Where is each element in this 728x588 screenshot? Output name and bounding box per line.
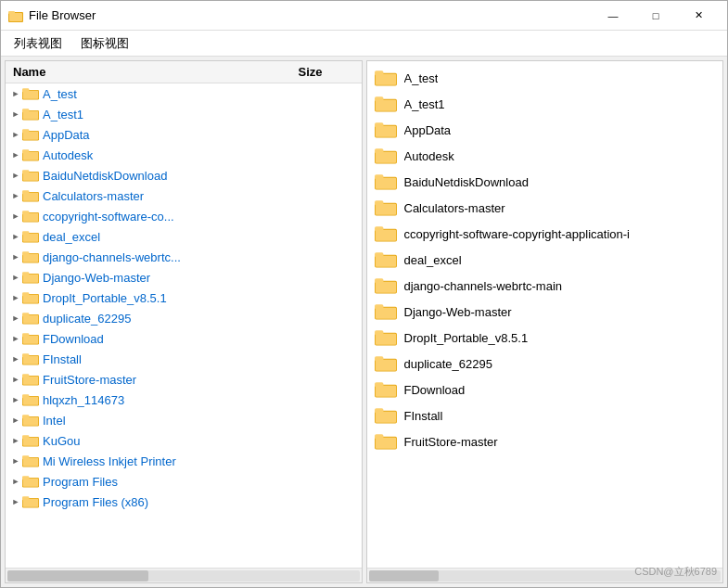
expand-chevron: ► bbox=[9, 108, 22, 121]
file-name-label: Calculators-master bbox=[43, 189, 358, 203]
expand-chevron: ► bbox=[9, 271, 22, 284]
file-name-label: hlqxzh_114673 bbox=[43, 393, 358, 407]
list-item[interactable]: ► Program Files bbox=[6, 471, 362, 492]
list-item[interactable]: deal_excel bbox=[367, 247, 723, 273]
list-item[interactable]: ► AppData bbox=[6, 124, 362, 145]
file-name-label: AppData bbox=[404, 123, 452, 137]
list-item[interactable]: FruitStore-master bbox=[367, 428, 723, 454]
folder-icon bbox=[375, 121, 397, 139]
folder-icon bbox=[375, 198, 397, 217]
list-item[interactable]: BaiduNetdiskDownload bbox=[367, 169, 723, 195]
list-item[interactable]: Calculators-master bbox=[367, 195, 723, 221]
right-h-scrollbar-track bbox=[369, 570, 722, 582]
menu-list-view[interactable]: 列表视图 bbox=[5, 32, 71, 56]
list-item[interactable]: ► ccopyright-software-co... bbox=[6, 206, 362, 226]
folder-icon bbox=[22, 167, 39, 184]
file-name-label: A_test bbox=[404, 71, 439, 85]
file-name-label: A_test1 bbox=[404, 97, 445, 111]
app-icon bbox=[8, 8, 23, 23]
left-pane-scroll[interactable]: ► A_test ► A_test1 ► AppData bbox=[6, 83, 362, 568]
folder-icon bbox=[22, 289, 39, 306]
folder-icon bbox=[22, 432, 39, 449]
folder-icon bbox=[22, 412, 39, 428]
left-h-scrollbar-track bbox=[7, 570, 360, 582]
list-item[interactable]: FInstall bbox=[367, 403, 723, 428]
svg-rect-95 bbox=[375, 308, 395, 319]
list-item[interactable]: ► A_test1 bbox=[6, 104, 362, 124]
col-name-label: Name bbox=[13, 65, 299, 79]
maximize-button[interactable]: □ bbox=[634, 1, 677, 31]
list-item[interactable]: ► FruitStore-master bbox=[6, 369, 362, 390]
folder-icon bbox=[375, 276, 397, 295]
list-item[interactable]: ► django-channels-webrtc... bbox=[6, 247, 362, 267]
expand-chevron: ► bbox=[9, 434, 22, 447]
window-controls: — □ ✕ bbox=[592, 1, 720, 31]
list-item[interactable]: ► A_test bbox=[6, 83, 362, 104]
list-item[interactable]: Autodesk bbox=[367, 143, 723, 169]
file-name-label: FDownload bbox=[404, 383, 466, 397]
list-item[interactable]: duplicate_62295 bbox=[367, 351, 723, 377]
file-name-label: A_test1 bbox=[43, 108, 358, 121]
folder-icon bbox=[22, 126, 39, 143]
file-name-label: DropIt_Portable_v8.5.1 bbox=[43, 291, 358, 305]
list-item[interactable]: ccopyright-software-copyright-applicatio… bbox=[367, 221, 723, 247]
svg-rect-44 bbox=[23, 356, 38, 364]
minimize-button[interactable]: — bbox=[592, 1, 634, 31]
content-area: Name Size ► A_test ► A_test1 ► bbox=[1, 57, 727, 587]
file-name-label: Calculators-master bbox=[404, 201, 505, 215]
folder-icon bbox=[22, 310, 39, 326]
expand-chevron: ► bbox=[9, 210, 22, 223]
expand-chevron: ► bbox=[9, 454, 22, 467]
list-item[interactable]: ► duplicate_62295 bbox=[6, 308, 362, 328]
file-name-label: FruitStore-master bbox=[404, 435, 498, 449]
svg-rect-26 bbox=[23, 234, 38, 242]
list-item[interactable]: ► Mi Wireless Inkjet Printer bbox=[6, 451, 362, 471]
list-item[interactable]: A_test1 bbox=[367, 91, 723, 117]
svg-rect-38 bbox=[23, 315, 38, 324]
expand-chevron: ► bbox=[9, 495, 22, 508]
list-item[interactable]: ► Autodesk bbox=[6, 145, 362, 165]
file-name-label: Autodesk bbox=[404, 149, 454, 163]
list-item[interactable]: ► BaiduNetdiskDownload bbox=[6, 165, 362, 185]
svg-rect-101 bbox=[375, 360, 395, 371]
file-name-label: BaiduNetdiskDownload bbox=[43, 169, 358, 183]
right-h-scrollbar[interactable] bbox=[367, 568, 723, 582]
list-item[interactable]: FDownload bbox=[367, 377, 723, 403]
menu-icon-view[interactable]: 图标视图 bbox=[71, 32, 138, 56]
folder-icon bbox=[22, 473, 39, 490]
svg-rect-92 bbox=[375, 282, 395, 293]
file-name-label: deal_excel bbox=[404, 253, 462, 267]
list-item[interactable]: ► deal_excel bbox=[6, 226, 362, 247]
folder-icon bbox=[22, 351, 39, 367]
file-name-label: FDownload bbox=[43, 332, 358, 346]
file-name-label: Mi Wireless Inkjet Printer bbox=[43, 454, 358, 468]
list-item[interactable]: ► FDownload bbox=[6, 328, 362, 349]
right-pane-scroll[interactable]: A_test A_test1 AppData Autodesk bbox=[367, 61, 723, 568]
expand-chevron: ► bbox=[9, 352, 22, 365]
file-name-label: django-channels-webrtc-main bbox=[404, 279, 563, 293]
list-item[interactable]: ► Django-Web-master bbox=[6, 267, 362, 288]
svg-rect-32 bbox=[23, 275, 38, 283]
list-item[interactable]: ► Program Files (x86) bbox=[6, 492, 362, 512]
list-item[interactable]: DropIt_Portable_v8.5.1 bbox=[367, 325, 723, 351]
list-item[interactable]: django-channels-webrtc-main bbox=[367, 273, 723, 299]
left-h-scrollbar[interactable] bbox=[6, 568, 362, 582]
close-button[interactable]: ✕ bbox=[677, 1, 720, 31]
file-name-label: deal_excel bbox=[43, 230, 358, 244]
folder-icon bbox=[22, 371, 39, 388]
list-item[interactable]: ► DropIt_Portable_v8.5.1 bbox=[6, 288, 362, 308]
list-item[interactable]: ► Intel bbox=[6, 410, 362, 430]
list-item[interactable]: ► hlqxzh_114673 bbox=[6, 390, 362, 410]
list-item[interactable]: A_test bbox=[367, 65, 723, 91]
svg-rect-8 bbox=[23, 111, 38, 120]
svg-rect-83 bbox=[375, 204, 395, 215]
list-item[interactable]: ► Calculators-master bbox=[6, 185, 362, 206]
list-item[interactable]: AppData bbox=[367, 117, 723, 143]
folder-icon bbox=[375, 302, 397, 321]
list-item[interactable]: ► FInstall bbox=[6, 349, 362, 369]
left-h-scrollbar-thumb bbox=[7, 570, 148, 582]
folder-icon bbox=[22, 330, 39, 347]
folder-icon bbox=[375, 380, 397, 399]
list-item[interactable]: ► KuGou bbox=[6, 430, 362, 451]
list-item[interactable]: Django-Web-master bbox=[367, 299, 723, 325]
